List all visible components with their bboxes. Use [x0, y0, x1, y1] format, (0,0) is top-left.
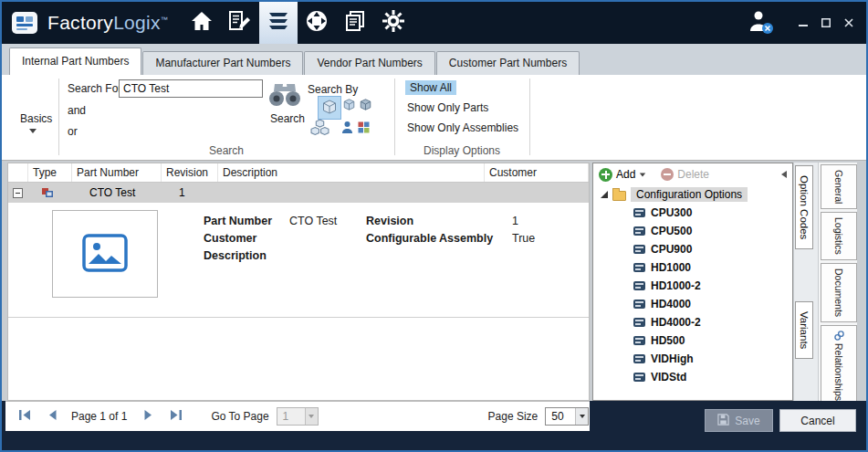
search-by-vendor-cube-toggle[interactable]	[360, 99, 371, 113]
add-button[interactable]: Add	[599, 168, 646, 182]
collapse-panel-arrow-icon[interactable]	[781, 171, 787, 178]
close-button[interactable]	[839, 13, 859, 33]
option-code-chip-icon	[633, 318, 645, 327]
detail-revision-value: 1	[512, 215, 518, 227]
collapse-row-button[interactable]	[13, 188, 23, 198]
last-page-icon	[169, 409, 183, 424]
tree-item-hd4000[interactable]: HD4000	[593, 295, 792, 313]
tab-variants[interactable]: Variants	[795, 301, 813, 359]
tab-internal-part-numbers[interactable]: Internal Part Numbers	[9, 47, 141, 75]
part-type-icon	[41, 186, 85, 199]
show-all-option[interactable]: Show All	[405, 80, 456, 95]
minimize-button[interactable]	[793, 13, 813, 33]
home-button[interactable]	[183, 2, 221, 44]
distribution-button[interactable]	[298, 2, 336, 44]
revision-column-header[interactable]: Revision	[162, 163, 218, 182]
type-column-header[interactable]: Type	[28, 163, 72, 182]
next-page-button[interactable]	[140, 409, 156, 424]
delete-button[interactable]: Delete	[661, 168, 709, 181]
go-to-page-label: Go To Page	[211, 410, 268, 423]
detail-customer-label: Customer	[204, 232, 256, 245]
tree-item-label: VIDHigh	[651, 352, 694, 365]
or-label: or	[68, 125, 78, 138]
tab-general-label: General	[833, 170, 844, 204]
documents-button[interactable]	[336, 2, 374, 44]
previous-page-button[interactable]	[44, 409, 60, 424]
search-for-input[interactable]	[119, 79, 263, 98]
tab-option-codes[interactable]: Option Codes	[795, 165, 813, 249]
save-button[interactable]: Save	[705, 409, 773, 432]
description-column-header[interactable]: Description	[218, 163, 485, 182]
logoff-x-badge-icon	[762, 21, 773, 37]
page-size-label: Page Size	[488, 410, 539, 423]
app-logo-icon	[11, 9, 38, 37]
table-row[interactable]: CTO Test 1	[8, 183, 589, 203]
tab-documents[interactable]: Documents	[821, 263, 857, 322]
home-icon	[190, 10, 214, 36]
search-by-assembly-toggle[interactable]	[310, 119, 329, 140]
go-to-page-input[interactable]: 1	[277, 407, 319, 426]
maximize-button[interactable]	[816, 13, 836, 33]
tab-relationships[interactable]: Relationships	[821, 325, 857, 401]
tree-item-cpu500[interactable]: CPU500	[593, 222, 792, 240]
tree-item-label: VIDStd	[651, 371, 686, 384]
parts-button[interactable]	[259, 2, 298, 44]
tree-item-hd1000-2[interactable]: HD1000-2	[593, 277, 792, 295]
parts-icon	[267, 9, 290, 37]
option-code-chip-icon	[633, 263, 645, 272]
option-code-chip-icon	[633, 354, 645, 363]
first-page-button[interactable]	[16, 409, 33, 424]
factorylogix-window: FactoryLogix™ Internal Part Numbers Manu…	[0, 0, 868, 452]
detail-revision-label: Revision	[366, 215, 413, 227]
tree-item-hd1000[interactable]: HD1000	[593, 258, 792, 277]
binoculars-search-icon	[268, 98, 301, 110]
show-only-parts-option[interactable]: Show Only Parts	[407, 101, 488, 114]
cancel-button[interactable]: Cancel	[779, 409, 856, 432]
search-group-label: Search	[58, 144, 394, 157]
row-expander-cell	[8, 188, 28, 198]
page-size-select[interactable]: 50	[545, 407, 589, 426]
tree-item-vidhigh[interactable]: VIDHigh	[593, 350, 792, 368]
basics-dropdown[interactable]: Basics	[20, 112, 52, 125]
basics-caret-icon[interactable]	[29, 129, 37, 133]
go-to-page-dropdown-button[interactable]	[305, 408, 318, 425]
tree-expander-icon[interactable]	[601, 191, 608, 198]
settings-button[interactable]	[374, 2, 413, 44]
search-by-customer-toggle[interactable]	[341, 121, 353, 137]
minimize-icon	[799, 15, 808, 31]
part-number-tabstrip: Internal Part Numbers Manufacturer Part …	[2, 44, 866, 75]
page-size-dropdown-button[interactable]	[575, 408, 588, 425]
tree-item-vidstd[interactable]: VIDStd	[593, 368, 792, 386]
next-page-icon	[143, 409, 153, 424]
tab-vendor-part-numbers[interactable]: Vendor Part Numbers	[304, 51, 434, 75]
tree-item-hd500[interactable]: HD500	[593, 331, 792, 350]
folder-icon	[612, 191, 626, 201]
worksheet-button[interactable]	[221, 2, 259, 44]
logoff-user-button[interactable]	[739, 2, 778, 44]
settings-gear-icon	[382, 9, 405, 37]
tree-item-cpu900[interactable]: CPU900	[593, 240, 792, 258]
tab-logistics[interactable]: Logistics	[821, 212, 857, 260]
tab-general[interactable]: General	[821, 164, 857, 209]
tab-logistics-label: Logistics	[833, 217, 844, 255]
part-number-column-header[interactable]: Part Number	[72, 163, 162, 182]
detail-configurable-assembly-value: True	[512, 232, 535, 245]
tree-root-row[interactable]: Configuration Options	[593, 185, 792, 204]
app-title: FactoryLogix™	[47, 12, 168, 34]
option-code-chip-icon	[633, 226, 645, 236]
trademark: ™	[161, 16, 168, 24]
tree-item-cpu300[interactable]: CPU300	[593, 204, 792, 222]
search-by-manufacturer-toggle[interactable]	[343, 99, 355, 113]
tab-manufacturer-part-numbers[interactable]: Manufacturer Part Numbers	[142, 51, 303, 75]
tree-item-hd4000-2[interactable]: HD4000-2	[593, 313, 792, 331]
search-by-vendor-grid-toggle[interactable]	[358, 121, 370, 136]
part-image-placeholder[interactable]	[52, 210, 158, 298]
search-button[interactable]	[268, 79, 301, 110]
search-by-part-toggle[interactable]	[318, 96, 341, 120]
show-only-assemblies-option[interactable]: Show Only Assemblies	[407, 121, 518, 134]
customer-column-header[interactable]: Customer	[485, 163, 589, 182]
tab-customer-part-numbers[interactable]: Customer Part Numbers	[436, 51, 580, 75]
last-page-button[interactable]	[167, 409, 183, 424]
vendor-grid-icon	[358, 121, 370, 136]
titlebar-controls	[739, 2, 866, 44]
